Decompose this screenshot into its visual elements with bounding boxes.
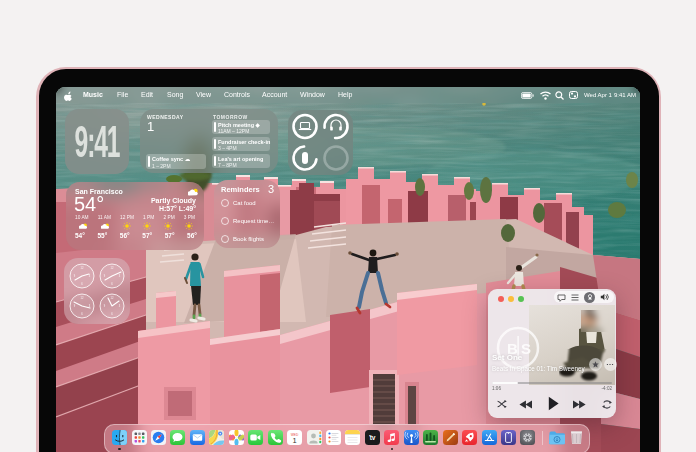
svg-text:tv: tv: [370, 434, 376, 441]
svg-text:1: 1: [292, 436, 296, 445]
svg-text:S: S: [521, 340, 531, 357]
